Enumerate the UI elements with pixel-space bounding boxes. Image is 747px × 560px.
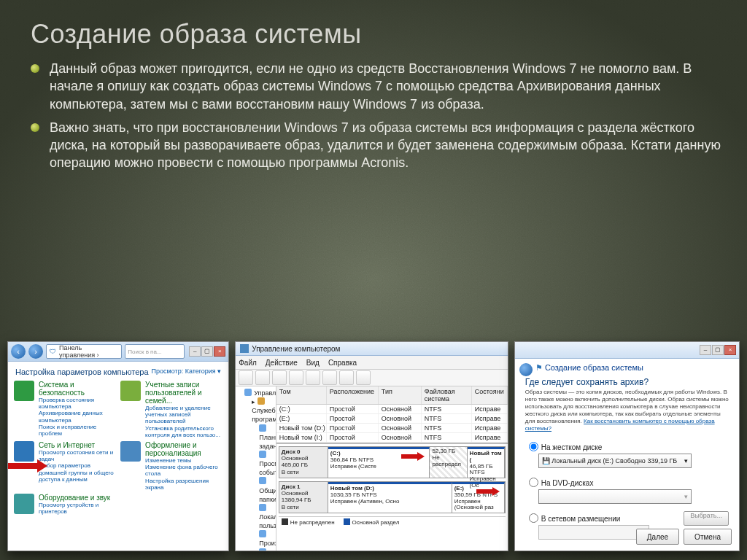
red-arrow-icon (476, 487, 501, 496)
menu-item[interactable]: Справка (328, 359, 357, 367)
disk1-header: Диск 1Основной1380,94 ГБВ сети (279, 482, 328, 513)
bullet-2: Важно знать, что при восстановлении Wind… (31, 119, 721, 172)
nav-fwd-icon[interactable]: › (28, 344, 43, 359)
volume-row[interactable]: Новый том (D:)ПростойОсновнойNTFSИсправе (276, 424, 508, 433)
wizard-description: Образ системы — это копия дисков, необхо… (515, 389, 739, 437)
menu-item[interactable]: Файл (239, 359, 257, 367)
option-dvd[interactable]: На DVD-дисках ▾ (525, 475, 729, 504)
cp-category[interactable]: Система и безопасностьПроверка состояния… (14, 381, 116, 438)
volume-row[interactable]: (C:)ПростойОсновнойNTFSИсправе (276, 405, 508, 414)
disk-legend: Не распределен Основной раздел (279, 516, 506, 527)
cp-category[interactable]: Учетные записи пользователей и семей...Д… (120, 381, 222, 438)
cp-category[interactable]: Оформление и персонализацияИзменение тем… (120, 441, 222, 491)
disk0-part-new[interactable]: Новый том (46,85 ГБ NTFSИсправен (Ос (468, 447, 505, 478)
cm-title: Управление компьютером (252, 345, 340, 353)
option-harddisk[interactable]: На жестком диске 💾 Локальный диск (E:) С… (525, 440, 729, 468)
volumes-header[interactable]: ТомРасположениеТипФайловая системаСостоя… (276, 386, 508, 405)
menu-item[interactable]: Вид (306, 359, 320, 367)
red-arrow-icon (7, 459, 50, 473)
volume-row[interactable]: Новый том (I:)ПростойОсновнойNTFSИсправе (276, 433, 508, 443)
nav-back-icon[interactable]: ‹ (11, 344, 26, 359)
screenshot-computer-management: Управление компьютером ФайлДействиеВидСп… (235, 341, 508, 551)
slide-title: Создание образа системы (31, 19, 721, 50)
drive-dropdown[interactable]: 💾 Локальный диск (E:) Свободно 339,19 ГБ… (538, 454, 692, 468)
bullet-list: Данный образ может пригодится, если не о… (31, 60, 721, 172)
toolbar[interactable] (236, 370, 508, 386)
disk-map[interactable]: Диск 0Основной465,00 ГБВ сети (C:)366,84… (276, 443, 508, 529)
window-controls[interactable]: –▢× (189, 346, 225, 357)
red-arrow-icon (401, 452, 426, 461)
menu-item[interactable]: Действие (266, 359, 298, 367)
volumes-list[interactable]: (C:)ПростойОсновнойNTFSИсправе(E:)Просто… (276, 405, 508, 443)
cp-category[interactable]: Оборудование и звукПросмотр устройств и … (14, 494, 116, 515)
bullet-1: Данный образ может пригодится, если не о… (31, 60, 721, 113)
volume-row[interactable]: (E:)ПростойОсновнойNTFSИсправе (276, 414, 508, 424)
disk0-header: Диск 0Основной465,00 ГБВ сети (279, 447, 328, 478)
screenshot-control-panel: ‹ › 🛡Панель управления › Поиск в па... –… (7, 341, 229, 551)
menu-bar[interactable]: ФайлДействиеВидСправка (236, 356, 508, 370)
view-mode[interactable]: Просмотр: Категория ▾ (152, 368, 222, 375)
address-bar[interactable]: 🛡Панель управления › (46, 344, 122, 359)
window-controls[interactable]: –▢× (700, 345, 736, 355)
cp-heading: Настройка параметров компьютера (15, 368, 149, 376)
next-button[interactable]: Далее (636, 529, 679, 545)
disk0-unalloc[interactable]: 52,30 ГБНе распредел (430, 447, 467, 478)
browse-button[interactable]: Выбрать... (684, 511, 729, 526)
nav-tree[interactable]: Управление компьютером (л ▸ Служебные пр… (236, 386, 276, 551)
screenshot-image-wizard: –▢× ⚑ Создание образа системы Где следуе… (514, 341, 740, 551)
disk0-part-c[interactable]: (C:)366,84 ГБ NTFSИсправен (Систе (328, 447, 430, 478)
cancel-button[interactable]: Отмена (684, 529, 732, 545)
wizard-title: Создание образа системы (545, 363, 643, 372)
search-input[interactable]: Поиск в па... (125, 344, 185, 359)
back-icon[interactable] (519, 363, 533, 376)
disk1-part-d[interactable]: Новый том (D:)1030,35 ГБ NTFSИсправен (А… (328, 482, 452, 513)
wizard-question: Где следует сохранять архив? (515, 374, 739, 389)
disk1-part-e[interactable]: (E:)350,59 ГБ NTFSИсправен (Основной раз (452, 482, 505, 513)
